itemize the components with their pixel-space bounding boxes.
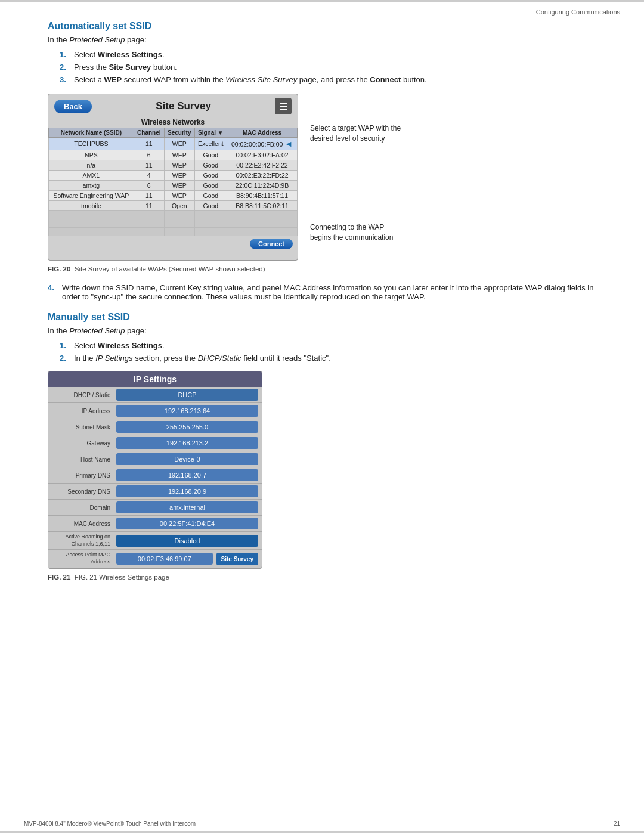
ip-label: Domain [48, 502, 114, 513]
cell-mac: B8:B8:11:5C:02:11 [227, 201, 298, 211]
col-signal: Signal ▼ [194, 128, 227, 138]
ss-networks-label: Wireless Networks [48, 118, 298, 126]
ip-value: 192.168.20.7 [116, 469, 258, 481]
cell-signal: Good [194, 191, 227, 201]
cell-signal: Excellent [194, 138, 227, 150]
ip-access-point-value: 00:02:E3:46:99:07 [116, 553, 213, 565]
header-section: Configuring Communications [536, 8, 620, 16]
section1-intro: In the Protected Setup page: [48, 35, 596, 44]
step-2: 2. Press the Site Survey button. [60, 63, 596, 72]
callout-top-text: Select a target WAP with the desired lev… [310, 123, 405, 144]
ip-value[interactable]: DHCP [116, 389, 258, 401]
ss-back-button[interactable]: Back [54, 100, 92, 113]
ip-value: 192.168.20.9 [116, 485, 258, 497]
cell-signal: Good [194, 201, 227, 211]
cell-mac: 00:22:E2:42:F2:22 [227, 160, 298, 171]
ip-row: DHCP / Static DHCP [48, 387, 262, 403]
ip-site-survey-button[interactable]: Site Survey [216, 553, 258, 565]
cell-signal: Good [194, 150, 227, 160]
cell-channel: 6 [134, 181, 164, 191]
ss-table-row[interactable]: n/a 11 WEP Good 00:22:E2:42:F2:22 [49, 160, 298, 171]
callout-bottom: Connecting to the WAP begins the communi… [310, 222, 405, 243]
ip-settings-title: IP Settings [48, 371, 262, 387]
ss-table-row[interactable]: TECHPUBS 11 WEP Excellent 00:02:00:00:FB… [49, 138, 298, 150]
ip-bottom-row: Access Point MAC Address 00:02:E3:46:99:… [48, 550, 262, 568]
cell-mac: 22:0C:11:22:4D:9B [227, 181, 298, 191]
ip-value: Device-0 [116, 453, 258, 465]
section2-title: Manually set SSID [48, 312, 596, 323]
cell-channel: 11 [134, 138, 164, 150]
fig21-caption: FIG. 21 FIG. 21 Wireless Settings page [48, 574, 596, 581]
cell-security: WEP [164, 150, 194, 160]
ip-value: 192.168.213.2 [116, 437, 258, 449]
ip-label: IP Address [48, 405, 114, 417]
cell-ssid: amxtg [49, 181, 134, 191]
ip-label: Primary DNS [48, 470, 114, 481]
ss-connect-button[interactable]: Connect [250, 239, 293, 249]
fig20-container: Back Site Survey ☰ Wireless Networks Net… [48, 94, 596, 261]
cell-ssid: NPS [49, 150, 134, 160]
section2-intro: In the Protected Setup page: [48, 326, 596, 335]
cell-mac: 00:02:00:00:FB:00 ◄ [227, 138, 298, 150]
ip-row: Host Name Device-0 [48, 451, 262, 467]
page-border-top [0, 0, 644, 2]
cell-signal: Good [194, 171, 227, 181]
callouts: Select a target WAP with the desired lev… [310, 94, 405, 261]
cell-security: WEP [164, 171, 194, 181]
section1-steps: 1. Select Wireless Settings. 2. Press th… [60, 50, 596, 84]
step4-num: 4. [48, 283, 54, 292]
ss-bottom: Connect [48, 236, 298, 252]
ip-value: 255.255.255.0 [116, 421, 258, 433]
section2-step-1: 1. Select Wireless Settings. [60, 341, 596, 350]
footer-product-name: MVP-8400i 8.4" Modero® ViewPoint® Touch … [24, 820, 196, 827]
ss-table-row[interactable]: Software Engineering WAP 11 WEP Good B8:… [49, 191, 298, 201]
cell-channel: 11 [134, 201, 164, 211]
col-ssid: Network Name (SSID) [49, 128, 134, 138]
cell-channel: 4 [134, 171, 164, 181]
ip-label: Subnet Mask [48, 422, 114, 433]
ip-row: IP Address 192.168.213.64 [48, 403, 262, 419]
ss-table-row-empty [49, 228, 298, 236]
cell-channel: 11 [134, 160, 164, 171]
cell-security: WEP [164, 138, 194, 150]
ip-row: Domain amx.internal [48, 500, 262, 516]
step-1: 1. Select Wireless Settings. [60, 50, 596, 59]
ip-value: 192.168.213.64 [116, 405, 258, 417]
ss-table-row[interactable]: amxtg 6 WEP Good 22:0C:11:22:4D:9B [49, 181, 298, 191]
ip-value[interactable]: Disabled [116, 535, 258, 547]
ss-table-row-empty [49, 219, 298, 228]
ss-header: Back Site Survey ☰ [48, 94, 298, 118]
ss-table-row[interactable]: tmobile 11 Open Good B8:B8:11:5C:02:11 [49, 201, 298, 211]
cell-mac: 00:02:E3:22:FD:22 [227, 171, 298, 181]
ss-table-row[interactable]: AMX1 4 WEP Good 00:02:E3:22:FD:22 [49, 171, 298, 181]
cell-ssid: TECHPUBS [49, 138, 134, 150]
col-channel: Channel [134, 128, 164, 138]
ip-access-point-label: Access Point MAC Address [48, 550, 114, 567]
cell-ssid: n/a [49, 160, 134, 171]
cell-security: WEP [164, 191, 194, 201]
ip-row: Secondary DNS 192.168.20.9 [48, 484, 262, 500]
cell-ssid: AMX1 [49, 171, 134, 181]
ip-value: 00:22:5F:41:D4:E4 [116, 518, 258, 529]
step-3: 3. Select a WEP secured WAP from within … [60, 75, 596, 84]
section-auto-ssid: Automatically set SSID In the Protected … [48, 21, 596, 301]
ss-table-row-empty [49, 211, 298, 219]
footer-page-number: 21 [614, 820, 620, 827]
ss-table-row[interactable]: NPS 6 WEP Good 00:02:E3:02:EA:02 [49, 150, 298, 160]
cell-security: WEP [164, 181, 194, 191]
ip-row: Gateway 192.168.213.2 [48, 435, 262, 451]
cell-mac: B8:90:4B:11:57:11 [227, 191, 298, 201]
ip-row: MAC Address 00:22:5F:41:D4:E4 [48, 516, 262, 532]
col-security: Security [164, 128, 194, 138]
fig20-caption: FIG. 20 FIG. 20 Site Survey of available… [48, 265, 596, 272]
cell-channel: 6 [134, 150, 164, 160]
ip-label: MAC Address [48, 518, 114, 529]
cell-signal: Good [194, 160, 227, 171]
cell-security: WEP [164, 160, 194, 171]
ip-label: Secondary DNS [48, 486, 114, 497]
cell-ssid: Software Engineering WAP [49, 191, 134, 201]
cell-security: Open [164, 201, 194, 211]
cell-ssid: tmobile [49, 201, 134, 211]
callout-bottom-text: Connecting to the WAP begins the communi… [310, 222, 405, 243]
ss-table: Network Name (SSID) Channel Security Sig… [48, 128, 298, 236]
